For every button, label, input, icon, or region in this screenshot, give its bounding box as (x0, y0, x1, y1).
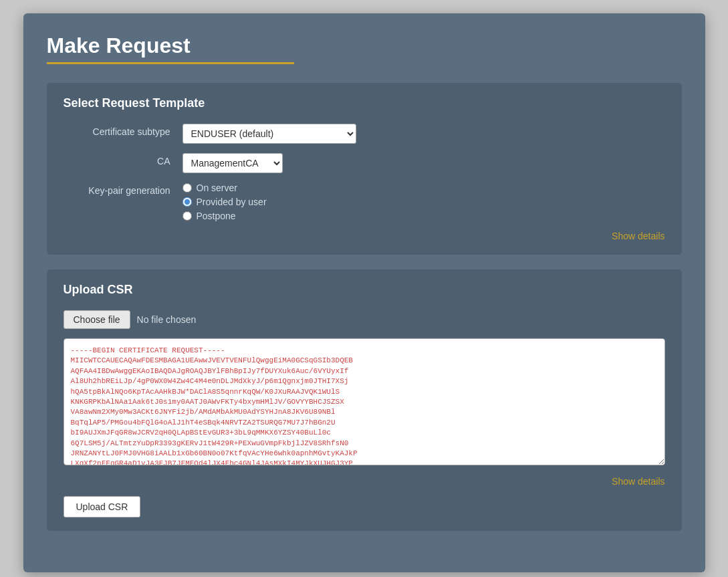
keypair-row: Key-pair generation On server Provided b… (64, 183, 665, 221)
show-details-row-2: Show details (64, 476, 665, 487)
page-wrapper: Make Request Select Request Template Cer… (23, 13, 705, 572)
keypair-provided-by-user[interactable]: Provided by user (183, 197, 267, 207)
upload-csr-button[interactable]: Upload CSR (64, 496, 141, 517)
keypair-radio-group: On server Provided by user Postpone (183, 183, 267, 221)
keypair-on-server-label: On server (197, 183, 237, 193)
keypair-on-server[interactable]: On server (183, 183, 267, 193)
ca-row: CA ManagementCA SubCA (64, 153, 665, 173)
show-details-button-2[interactable]: Show details (612, 476, 664, 487)
show-details-button-1[interactable]: Show details (612, 231, 664, 241)
keypair-provided-by-user-radio[interactable] (183, 197, 192, 207)
file-chooser-row: Choose file No file chosen (64, 310, 665, 329)
cert-subtype-select[interactable]: ENDUSER (default) SUBCA ROOTCA (183, 124, 356, 144)
select-template-title: Select Request Template (64, 96, 665, 110)
keypair-on-server-radio[interactable] (183, 183, 192, 193)
keypair-postpone-radio[interactable] (183, 211, 192, 221)
ca-select[interactable]: ManagementCA SubCA (183, 153, 283, 173)
show-details-row-1: Show details (64, 231, 665, 241)
title-underline (47, 62, 294, 64)
upload-csr-title: Upload CSR (64, 283, 665, 297)
ca-label: CA (64, 153, 170, 166)
upload-csr-section: Upload CSR Choose file No file chosen --… (47, 269, 682, 531)
keypair-postpone[interactable]: Postpone (183, 211, 267, 221)
cert-subtype-row: Certificate subtype ENDUSER (default) SU… (64, 124, 665, 144)
cert-subtype-label: Certificate subtype (64, 124, 170, 137)
csr-textarea[interactable]: -----BEGIN CERTIFICATE REQUEST----- MIIC… (64, 338, 665, 465)
page-title: Make Request (47, 33, 682, 58)
no-file-text: No file chosen (137, 314, 197, 325)
keypair-postpone-label: Postpone (197, 211, 236, 221)
choose-file-button[interactable]: Choose file (64, 310, 130, 329)
keypair-provided-by-user-label: Provided by user (197, 197, 267, 207)
keypair-label: Key-pair generation (64, 183, 170, 196)
select-template-section: Select Request Template Certificate subt… (47, 83, 682, 255)
